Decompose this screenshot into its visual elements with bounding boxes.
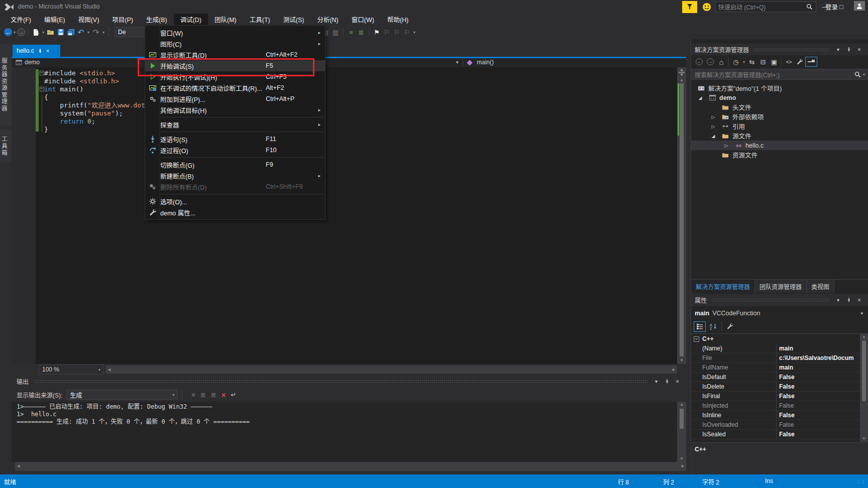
property-value[interactable]: False bbox=[777, 382, 868, 391]
account-person-icon[interactable] bbox=[854, 1, 865, 11]
output-content[interactable]: 1>—————— 已启动生成: 项目: demo, 配置: Debug Win3… bbox=[12, 402, 686, 462]
scroll-down-icon[interactable]: ▼ bbox=[677, 357, 686, 363]
redo-dropdown-icon[interactable]: ▾ bbox=[101, 30, 106, 35]
tree-item-源文件[interactable]: ◢源文件 bbox=[691, 131, 868, 141]
previous-message-icon[interactable]: ≣ bbox=[200, 391, 206, 399]
property-value[interactable]: False bbox=[777, 401, 868, 410]
categorized-view-button[interactable] bbox=[694, 321, 706, 332]
panel-tab-解决方案资源管理器[interactable]: 解决方案资源管理器 bbox=[691, 280, 755, 293]
property-value[interactable]: False bbox=[777, 430, 868, 439]
property-row-FullName[interactable]: FullNamemain bbox=[691, 363, 868, 373]
editor-vertical-scrollbar[interactable]: ▲ ▼ bbox=[677, 67, 686, 364]
pin-icon[interactable] bbox=[663, 379, 671, 384]
scrollbar-thumb[interactable] bbox=[680, 409, 684, 429]
collapse-all-icon[interactable]: ⊟ bbox=[757, 57, 769, 67]
nav-project-chevron-icon[interactable]: ▾ bbox=[456, 60, 459, 65]
open-file-button[interactable] bbox=[46, 27, 56, 38]
property-value[interactable]: False bbox=[777, 392, 868, 401]
menu-item-窗口W[interactable]: 窗口(W)▸ bbox=[145, 27, 325, 38]
property-value[interactable]: main bbox=[777, 363, 868, 372]
decrease-indent-icon[interactable]: ≡ bbox=[346, 27, 356, 38]
new-file-dropdown-icon[interactable]: ▾ bbox=[41, 30, 46, 35]
window-position-chevron-icon[interactable]: ▾ bbox=[653, 379, 660, 384]
expand-icon[interactable]: ▷ bbox=[710, 114, 716, 119]
menubar-item-团队(M)[interactable]: 团队(M) bbox=[208, 14, 243, 25]
property-pages-wrench-icon[interactable] bbox=[724, 321, 735, 331]
pin-icon[interactable] bbox=[38, 48, 43, 54]
sidebar-tab-server-explorer[interactable]: 服务器资源管理器 bbox=[0, 44, 12, 126]
clear-bookmarks-icon[interactable]: ⚐ bbox=[402, 27, 412, 38]
property-row-IsFinal[interactable]: IsFinalFalse bbox=[691, 392, 868, 401]
search-chevron-icon[interactable]: ▾ bbox=[863, 72, 865, 77]
next-bookmark-icon[interactable]: ⚐ bbox=[392, 27, 402, 38]
property-category-row[interactable]: − C++ bbox=[691, 334, 868, 344]
tree-item-头文件[interactable]: 头文件 bbox=[691, 102, 868, 112]
toolbar-overflow-icon[interactable]: ▾ bbox=[412, 30, 417, 35]
tab-close-icon[interactable]: × bbox=[46, 48, 49, 54]
code-line-1[interactable]: −#include <stdio.h> bbox=[12, 69, 686, 77]
sign-in-link[interactable]: 登录 bbox=[825, 2, 838, 12]
menu-item-在不调试的情况下启动诊断工具R[interactable]: 在不调试的情况下启动诊断工具(R)...Alt+F2 bbox=[145, 82, 325, 93]
nav-scope-dropdown[interactable]: main() bbox=[477, 59, 494, 66]
alphabetical-sort-button[interactable]: AZ bbox=[708, 321, 719, 331]
code-line-5[interactable]: printf("欢迎进入www.dotcpp bbox=[12, 101, 686, 109]
back-icon[interactable]: ← bbox=[694, 57, 705, 67]
uncomment-button[interactable]: ▥ bbox=[331, 27, 341, 38]
scroll-up-icon[interactable]: ▲ bbox=[860, 334, 868, 340]
editor-horizontal-scrollbar[interactable]: ◄ ► bbox=[106, 365, 677, 374]
panel-tab-团队资源管理器[interactable]: 团队资源管理器 bbox=[755, 280, 807, 293]
toggle-bookmark-icon[interactable]: ⚑ bbox=[372, 27, 382, 38]
menubar-item-帮助(H)[interactable]: 帮助(H) bbox=[381, 14, 415, 25]
property-row-IsDelete[interactable]: IsDeleteFalse bbox=[691, 382, 868, 392]
property-value[interactable]: False bbox=[777, 420, 868, 429]
output-vertical-scrollbar[interactable]: ▲ ▼ bbox=[677, 402, 686, 462]
properties-scrollbar[interactable]: ▲ ▼ bbox=[860, 334, 868, 442]
save-button[interactable] bbox=[56, 27, 66, 38]
increase-indent-icon[interactable]: ≣ bbox=[356, 27, 366, 38]
navigate-back-button[interactable]: ← bbox=[4, 28, 12, 36]
pending-changes-filter-icon[interactable]: ◷ bbox=[730, 57, 741, 67]
quick-launch-search[interactable]: 快速启动 (Ctrl+Q) bbox=[715, 2, 816, 12]
clear-all-icon[interactable]: × bbox=[222, 391, 226, 399]
output-horizontal-scrollbar[interactable]: ◄ ► bbox=[15, 462, 686, 471]
redo-button[interactable]: ↷ bbox=[91, 27, 101, 38]
property-row-IsOverloaded[interactable]: IsOverloadedFalse bbox=[691, 420, 868, 430]
menubar-item-窗口(W)[interactable]: 窗口(W) bbox=[345, 14, 381, 25]
code-line-7[interactable]: return 0; bbox=[12, 117, 686, 126]
property-value[interactable]: False bbox=[777, 411, 868, 420]
word-wrap-icon[interactable]: ↵ bbox=[231, 391, 237, 399]
property-row-Name[interactable]: (Name)main bbox=[691, 344, 868, 353]
tree-item-hello.c[interactable]: ▷++hello.c bbox=[691, 141, 868, 150]
close-icon[interactable]: × bbox=[855, 297, 863, 304]
menubar-item-分析(N)[interactable]: 分析(N) bbox=[310, 14, 345, 25]
sync-with-active-document-icon[interactable]: ⇆ bbox=[746, 57, 757, 67]
menubar-item-生成(B)[interactable]: 生成(B) bbox=[140, 14, 174, 25]
home-icon[interactable]: ⌂ bbox=[716, 57, 727, 67]
preview-selected-items-toggle[interactable] bbox=[805, 57, 817, 67]
split-window-grip-icon[interactable] bbox=[677, 67, 686, 77]
properties-window-icon[interactable]: ▣ bbox=[769, 57, 780, 67]
scroll-right-icon[interactable]: ► bbox=[681, 462, 685, 470]
close-icon[interactable]: × bbox=[855, 46, 863, 53]
output-title-bar[interactable]: 输出 ▾ × bbox=[12, 375, 686, 388]
menu-item-切换断点G[interactable]: 切换断点(G)F9 bbox=[145, 159, 325, 170]
tree-item-解决方案demo1个项目[interactable]: 解决方案"demo"(1 个项目) bbox=[691, 83, 868, 93]
menu-item-demo 属性[interactable]: demo 属性... bbox=[145, 207, 325, 218]
property-row-IsInjected[interactable]: IsInjectedFalse bbox=[691, 401, 868, 411]
new-file-button[interactable] bbox=[31, 27, 41, 38]
scroll-right-icon[interactable]: ► bbox=[672, 365, 676, 374]
properties-object-row[interactable]: main VCCodeFunction ▾ bbox=[691, 307, 868, 319]
menubar-item-项目(P)[interactable]: 项目(P) bbox=[105, 14, 140, 25]
tree-item-引用[interactable]: ▷引用 bbox=[691, 121, 868, 131]
scrollbar-thumb[interactable] bbox=[862, 341, 866, 401]
scroll-up-icon[interactable]: ▲ bbox=[677, 402, 686, 408]
sidebar-tab-toolbox[interactable]: 工具箱 bbox=[0, 130, 12, 163]
property-value[interactable]: c:\Users\Salvaotre\Docum bbox=[777, 353, 868, 362]
tree-item-demo[interactable]: ◢demo bbox=[691, 93, 868, 102]
property-value[interactable]: main bbox=[777, 344, 868, 353]
menubar-item-视图(V)[interactable]: 视图(V) bbox=[72, 14, 106, 25]
code-line-3[interactable]: −int main() bbox=[12, 85, 686, 93]
forward-icon[interactable]: → bbox=[705, 57, 716, 67]
object-chevron-icon[interactable]: ▾ bbox=[860, 311, 863, 316]
collapse-icon[interactable]: ◢ bbox=[697, 95, 703, 100]
